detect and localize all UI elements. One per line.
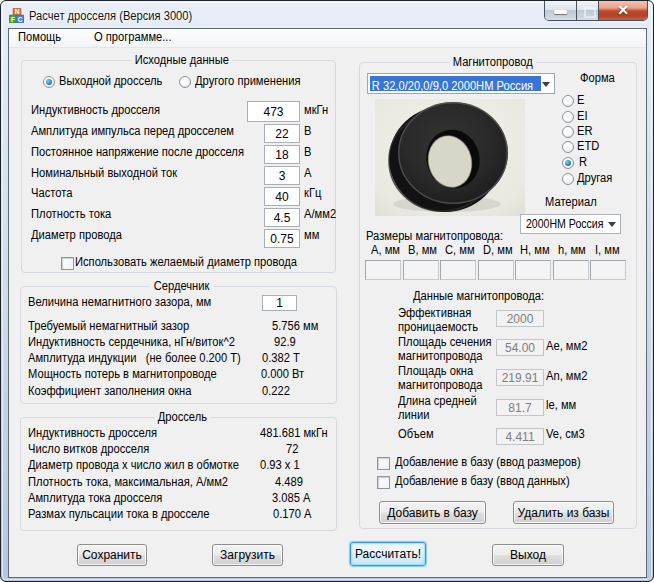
svg-text:C: C [18,16,23,23]
svg-text:N: N [15,8,20,15]
svg-text:F: F [11,16,15,23]
